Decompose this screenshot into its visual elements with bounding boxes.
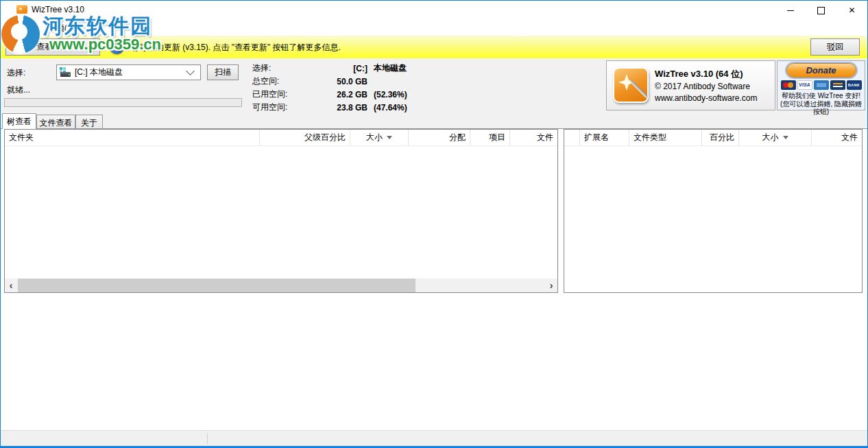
maximize-icon bbox=[817, 7, 825, 14]
scan-progress-bar bbox=[4, 98, 242, 107]
app-version-title: WizTree v3.10 (64 位) bbox=[655, 68, 743, 80]
disk-info-row-used: 已用空间: 26.2 GB (52.36%) bbox=[252, 88, 407, 101]
menu-options[interactable]: 选项(Y) bbox=[42, 20, 82, 34]
extension-table-header: 扩展名 文件类型 百分比 大小 文件 bbox=[564, 130, 862, 146]
minimize-button[interactable] bbox=[775, 1, 806, 20]
disk-info-row-free: 可用空间: 23.8 GB (47.64%) bbox=[252, 101, 407, 114]
extension-table-body bbox=[564, 146, 862, 292]
window-controls: ✕ bbox=[775, 1, 867, 20]
update-message: 有可用的更新 (v3.15). 点击 "查看更新" 按钮了解更多信息. bbox=[131, 42, 341, 54]
status-text: 就绪... bbox=[7, 84, 30, 96]
check-update-button[interactable]: 查看更新 bbox=[5, 38, 100, 56]
column-header-percent-of-parent[interactable]: 父级百分比 bbox=[260, 130, 350, 145]
wiztree-logo bbox=[613, 67, 649, 103]
donate-button[interactable]: Donate bbox=[786, 63, 856, 78]
status-bar bbox=[0, 430, 868, 446]
horizontal-scrollbar[interactable]: ‹ › bbox=[5, 279, 557, 292]
window-title: WizTree v3.10 bbox=[32, 5, 84, 14]
donate-help-line2: (您可以通过捐赠, 隐藏捐赠按钮) bbox=[777, 100, 865, 115]
sort-desc-icon bbox=[783, 136, 788, 139]
info-icon: i bbox=[110, 40, 124, 54]
column-header-extension[interactable]: 扩展名 bbox=[580, 130, 629, 145]
wiztree-app-icon bbox=[16, 5, 27, 14]
status-divider bbox=[207, 433, 208, 444]
sort-desc-icon bbox=[387, 136, 392, 139]
amex-icon bbox=[814, 80, 829, 90]
tab-file-view[interactable]: 文件查看 bbox=[36, 115, 75, 128]
extension-table: 扩展名 文件类型 百分比 大小 文件 bbox=[564, 129, 863, 293]
column-header-files[interactable]: 文件 bbox=[510, 130, 557, 145]
donate-help-line1: 帮助我们使 WizTree 变好! bbox=[777, 92, 865, 99]
drive-select-combobox[interactable]: [C:] 本地磁盘 bbox=[56, 64, 201, 80]
update-notification-bar: 查看更新 i 有可用的更新 (v3.15). 点击 "查看更新" 按钮了解更多信… bbox=[0, 36, 868, 58]
visa-icon: VISA bbox=[797, 80, 812, 90]
bank-icon: BANK bbox=[847, 80, 862, 90]
tab-about[interactable]: 关于 bbox=[75, 115, 103, 128]
column-header-size[interactable]: 大小 bbox=[739, 130, 812, 145]
menu-bar: 文件(Z) 选项(Y) bbox=[0, 20, 868, 36]
column-header-spacer[interactable] bbox=[564, 130, 580, 145]
column-header-percent[interactable]: 百分比 bbox=[702, 130, 739, 145]
column-header-filetype[interactable]: 文件类型 bbox=[629, 130, 702, 145]
column-header-size[interactable]: 大小 bbox=[350, 130, 409, 145]
about-box: WizTree v3.10 (64 位) © 2017 Antibody Sof… bbox=[606, 60, 775, 110]
disk-info-row-total: 总空间: 50.0 GB bbox=[252, 75, 407, 88]
copyright-text: © 2017 Antibody Software bbox=[655, 82, 750, 91]
top-panel: 选择: [C:] 本地磁盘 扫描 就绪... 选择: [C:] 本地磁盘 总 bbox=[0, 58, 868, 128]
folder-tree-table: 文件夹 父级百分比 大小 分配 项目 文件 ‹ › bbox=[4, 129, 558, 293]
scrollbar-thumb[interactable] bbox=[18, 279, 415, 292]
scroll-right-icon[interactable]: › bbox=[545, 279, 557, 292]
close-button[interactable]: ✕ bbox=[836, 1, 867, 20]
donate-box: Donate VISA BANK 帮助我们使 WizTree 变好! (您可以通… bbox=[777, 60, 865, 110]
wiztree-window: WizTree v3.10 ✕ 文件(Z) 选项(Y) 查看更新 i 有可用的更… bbox=[0, 0, 868, 448]
drive-selected-value: [C:] 本地磁盘 bbox=[75, 67, 187, 78]
scan-button[interactable]: 扫描 bbox=[207, 64, 239, 80]
select-label: 选择: bbox=[7, 67, 25, 79]
dismiss-button[interactable]: 驳回 bbox=[810, 38, 860, 56]
paycard-icon bbox=[830, 80, 845, 90]
close-icon: ✕ bbox=[848, 6, 855, 14]
chevron-down-icon bbox=[186, 67, 195, 75]
minimize-icon bbox=[787, 10, 794, 11]
maximize-button[interactable] bbox=[806, 1, 836, 20]
folder-tree-header: 文件夹 父级百分比 大小 分配 项目 文件 bbox=[5, 130, 557, 146]
column-header-files[interactable]: 文件 bbox=[812, 130, 862, 145]
disk-info-panel: 选择: [C:] 本地磁盘 总空间: 50.0 GB 已用空间: 26.2 GB… bbox=[252, 62, 407, 114]
tab-tree-view[interactable]: 树查看 bbox=[2, 113, 36, 129]
scrollbar-track[interactable] bbox=[17, 279, 545, 292]
payment-cards: VISA BANK bbox=[777, 80, 865, 90]
drive-icon bbox=[60, 67, 71, 78]
folder-tree-body bbox=[5, 146, 557, 279]
disk-info-row-selected: 选择: [C:] 本地磁盘 bbox=[252, 62, 407, 75]
mastercard-icon bbox=[781, 80, 796, 90]
website-link[interactable]: www.antibody-software.com bbox=[655, 93, 757, 103]
column-header-folder[interactable]: 文件夹 bbox=[5, 130, 260, 145]
title-bar: WizTree v3.10 ✕ bbox=[0, 0, 868, 19]
column-header-allocated[interactable]: 分配 bbox=[409, 130, 470, 145]
wand-icon bbox=[630, 80, 649, 99]
column-header-items[interactable]: 项目 bbox=[470, 130, 510, 145]
menu-file[interactable]: 文件(Z) bbox=[0, 20, 39, 34]
scroll-left-icon[interactable]: ‹ bbox=[5, 279, 17, 292]
